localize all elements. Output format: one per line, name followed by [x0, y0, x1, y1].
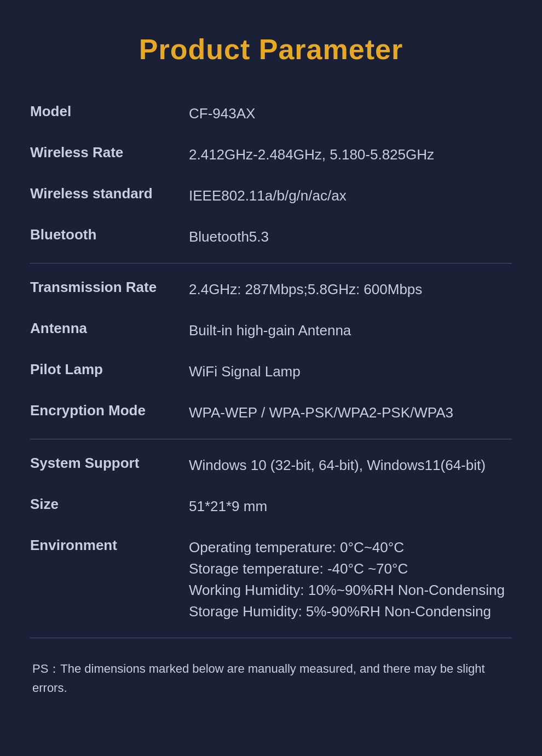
table-row: Size51*21*9 mm: [30, 486, 512, 527]
table-row: EnvironmentOperating temperature: 0°C~40…: [30, 527, 512, 632]
table-row: Transmission Rate2.4GHz: 287Mbps;5.8GHz:…: [30, 269, 512, 310]
section-divider: [30, 439, 512, 439]
param-label: Encryption Mode: [30, 402, 189, 419]
param-label: Transmission Rate: [30, 279, 189, 296]
param-table: ModelCF-943AXWireless Rate2.412GHz-2.484…: [30, 93, 512, 632]
final-divider: [30, 638, 512, 638]
page-container: Product Parameter ModelCF-943AXWireless …: [0, 0, 542, 735]
param-value: Operating temperature: 0°C~40°CStorage t…: [189, 537, 505, 622]
ps-note: PS：The dimensions marked below are manua…: [30, 655, 512, 702]
param-value: IEEE802.11a/b/g/n/ac/ax: [189, 185, 347, 207]
table-row: AntennaBuilt-in high-gain Antenna: [30, 310, 512, 351]
param-label: Antenna: [30, 320, 189, 337]
param-value: 2.412GHz-2.484GHz, 5.180-5.825GHz: [189, 144, 434, 165]
param-label: Pilot Lamp: [30, 361, 189, 378]
param-value: 2.4GHz: 287Mbps;5.8GHz: 600Mbps: [189, 279, 422, 300]
table-row: ModelCF-943AX: [30, 93, 512, 134]
param-value: Windows 10 (32-bit, 64-bit), Windows11(6…: [189, 455, 486, 476]
param-value: Built-in high-gain Antenna: [189, 320, 351, 341]
param-value: CF-943AX: [189, 103, 255, 124]
table-row: Wireless standardIEEE802.11a/b/g/n/ac/ax: [30, 175, 512, 216]
param-value: 51*21*9 mm: [189, 496, 267, 517]
param-label: System Support: [30, 455, 189, 472]
table-row: Pilot LampWiFi Signal Lamp: [30, 351, 512, 392]
param-value: WPA-WEP / WPA-PSK/WPA2-PSK/WPA3: [189, 402, 453, 423]
param-value: WiFi Signal Lamp: [189, 361, 301, 382]
table-row: Wireless Rate2.412GHz-2.484GHz, 5.180-5.…: [30, 134, 512, 175]
param-label: Model: [30, 103, 189, 120]
section-divider: [30, 263, 512, 264]
page-title: Product Parameter: [30, 33, 512, 66]
table-row: System SupportWindows 10 (32-bit, 64-bit…: [30, 445, 512, 486]
param-label: Environment: [30, 537, 189, 554]
table-row: BluetoothBluetooth5.3: [30, 216, 512, 257]
param-label: Bluetooth: [30, 226, 189, 243]
param-label: Wireless Rate: [30, 144, 189, 161]
param-label: Size: [30, 496, 189, 513]
param-label: Wireless standard: [30, 185, 189, 202]
param-value: Bluetooth5.3: [189, 226, 269, 248]
table-row: Encryption ModeWPA-WEP / WPA-PSK/WPA2-PS…: [30, 392, 512, 433]
